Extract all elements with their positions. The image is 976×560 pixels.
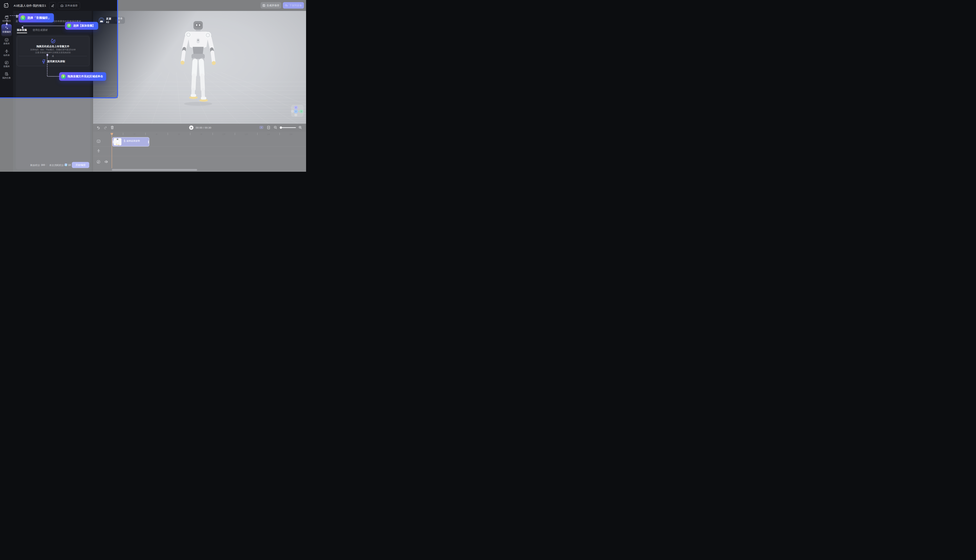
panel-subtitle-left: 通	[16, 20, 18, 23]
step1-text: 选择「音频编排」	[27, 16, 51, 20]
step1-badge: 1	[20, 15, 25, 20]
upload-hint-language: 注意:目前仅支持中文和英文语言的识别	[17, 51, 89, 54]
pencil-icon	[51, 4, 54, 7]
step2-target-dot	[22, 26, 23, 28]
sidebar-item-expression-lib[interactable]: 表情库	[0, 38, 13, 45]
tutorial-step-2[interactable]: 2 选择【添加音频】	[65, 22, 98, 30]
step2-connector-line	[23, 25, 65, 26]
tutorial-step-3[interactable]: 3 拖拽音频文件至此区域或单击	[59, 72, 106, 81]
sidebar-label: 音频编排	[0, 30, 13, 33]
app-window: 灵犀X2 | 青春版 Z Y X 00:00 / 00:30 0f 2f 4f	[0, 0, 306, 172]
step3-connector-vline	[47, 57, 47, 76]
sidebar-label: 音频库	[0, 65, 13, 68]
rename-button[interactable]	[49, 2, 56, 9]
audio-library-icon	[5, 61, 8, 64]
project-title: A1机器人动作-我的项目1	[14, 4, 46, 8]
step3-source-dot	[47, 54, 48, 56]
task-list-icon	[5, 72, 8, 76]
tab-add-audio[interactable]: 添加音频	[17, 28, 27, 32]
tutorial-dim-right	[118, 0, 306, 172]
file-status-label: 文件未保存	[65, 4, 78, 7]
step2-badge: 2	[67, 23, 71, 28]
sidebar-item-audio-arrange[interactable]: 音频编排	[0, 26, 13, 33]
file-status-button[interactable]: 文件未保存	[58, 2, 80, 9]
sidebar-label: 动作库	[0, 54, 13, 57]
step2-text: 选择【添加音频】	[73, 24, 95, 28]
sidebar-label: 我的任务	[0, 77, 13, 79]
sparkles-icon	[5, 26, 8, 30]
app-logo-icon[interactable]	[3, 3, 9, 8]
upload-audio-icon	[50, 38, 56, 44]
tutorial-dim-bottom	[0, 98, 118, 172]
step3-badge: 3	[61, 74, 65, 79]
person-icon	[5, 50, 8, 53]
mic-record-button[interactable]: 使用麦克风录制	[42, 59, 65, 64]
tab-use-material[interactable]: 使用合成素材	[33, 28, 48, 32]
tutorial-step-1[interactable]: 1 选择「音频编排」	[18, 13, 54, 22]
sidebar-item-motion-lib[interactable]: 动作库	[0, 50, 13, 57]
sidebar-label: 表情库	[0, 42, 13, 45]
upload-headline: 拖拽至此或点击上传音频文件	[17, 45, 89, 48]
cloud-unsaved-icon	[60, 4, 63, 7]
step1-connector-vline	[7, 18, 7, 23]
step3-text: 拖拽音频文件至此区域或单击	[68, 75, 103, 78]
tab-add-audio-underline	[17, 33, 27, 33]
step1-target-dot	[6, 23, 8, 25]
step1-connector-line	[10, 15, 18, 16]
sidebar-item-audio-lib[interactable]: 音频库	[0, 61, 13, 68]
robot-name: 灵犀X2	[106, 17, 114, 23]
robot-avatar	[98, 17, 104, 23]
chip-separator: |	[116, 19, 116, 22]
step3-connector-hline	[48, 76, 59, 77]
upload-hint-formats: 支持mp3、wav、Flac格式，音频长度不超过5分钟	[17, 48, 89, 51]
mic-sparkle-icon	[42, 59, 46, 64]
sidebar-item-my-tasks[interactable]: 我的任务	[0, 72, 13, 79]
robot-face-icon	[5, 38, 8, 42]
or-divider-label: 或	[50, 55, 55, 58]
mic-record-label: 使用麦克风录制	[47, 60, 65, 63]
